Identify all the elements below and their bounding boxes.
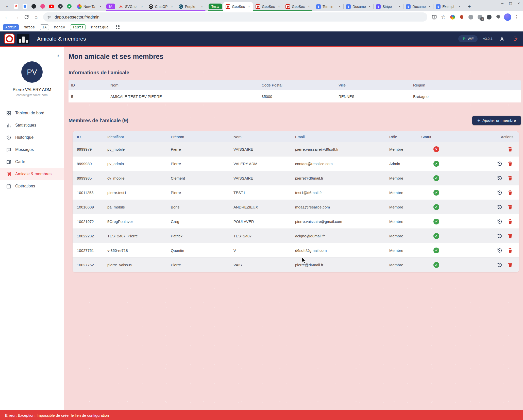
- browser-menu-icon[interactable]: ⋮: [513, 14, 520, 20]
- bookmark-pratique[interactable]: Pratique: [91, 25, 109, 29]
- reload-button[interactable]: [22, 12, 31, 22]
- delete-member-button[interactable]: [507, 146, 513, 152]
- site-settings-icon[interactable]: [47, 15, 52, 19]
- tab-geosec-active[interactable]: GeoSec ×: [223, 2, 253, 11]
- tab-close-icon[interactable]: ×: [170, 5, 174, 9]
- sidebar-item-statistiques[interactable]: Statistiques: [0, 119, 64, 131]
- delete-member-button[interactable]: [507, 218, 513, 225]
- install-app-icon[interactable]: [430, 13, 438, 21]
- restore-user-button[interactable]: [496, 189, 503, 196]
- bookmark-admin[interactable]: Admin: [3, 24, 19, 30]
- restore-user-button[interactable]: [496, 247, 503, 254]
- sidebar-item-carte[interactable]: Carte: [0, 156, 64, 168]
- url-text[interactable]: dapp.geosector.fr/admin: [55, 15, 99, 20]
- member-email: acigne@d6mail.fr: [291, 234, 385, 238]
- address-bar[interactable]: dapp.geosector.fr/admin: [43, 12, 427, 22]
- tab-close-icon[interactable]: ×: [427, 5, 431, 9]
- delete-member-button[interactable]: [507, 189, 513, 196]
- pinned-tab-youtube[interactable]: [47, 2, 56, 11]
- bookmark-matos[interactable]: Matos: [24, 25, 35, 29]
- window-close-button[interactable]: ×: [517, 1, 520, 6]
- restore-user-button[interactable]: [496, 175, 503, 181]
- restore-user-button[interactable]: [496, 218, 503, 225]
- tab-docume-1[interactable]: Docume ×: [344, 2, 374, 11]
- delete-member-button[interactable]: [507, 262, 513, 268]
- delete-member-button[interactable]: [507, 175, 513, 181]
- delete-member-button[interactable]: [507, 247, 513, 254]
- tab-close-icon[interactable]: ×: [200, 5, 204, 9]
- apps-grid-icon[interactable]: [116, 25, 120, 29]
- restore-user-button[interactable]: [496, 204, 503, 210]
- extension-1-icon[interactable]: [448, 13, 457, 21]
- browser-tab-strip: ▾ M New Ta × IA SVG to ×: [0, 0, 523, 11]
- restore-user-icon: [497, 262, 502, 268]
- logout-button[interactable]: [511, 35, 519, 43]
- tab-close-icon[interactable]: ×: [277, 5, 281, 9]
- pinned-tab-dribbble[interactable]: [38, 2, 47, 11]
- member-identifiant: pierre.test1: [103, 190, 166, 195]
- tab-close-icon[interactable]: ×: [338, 5, 342, 9]
- tab-close-icon[interactable]: ×: [397, 5, 401, 9]
- pinned-tab-8[interactable]: [65, 2, 74, 11]
- user-account-button[interactable]: [498, 35, 506, 43]
- extension-3-icon[interactable]: [466, 13, 475, 21]
- tab-perplexity[interactable]: Perple ×: [176, 2, 206, 11]
- tab-close-icon[interactable]: ×: [247, 5, 251, 9]
- sidebar-item-operations[interactable]: Opérations: [0, 180, 64, 192]
- tab-close-icon[interactable]: ×: [98, 5, 103, 9]
- tab-geosec-2[interactable]: GeoSec ×: [253, 2, 283, 11]
- restore-user-button[interactable]: [496, 233, 503, 239]
- tab-geosec-3[interactable]: GeoSec ×: [283, 2, 313, 11]
- extension-4-icon[interactable]: 1: [476, 13, 484, 21]
- delete-member-button[interactable]: [507, 204, 513, 210]
- trash-icon: [507, 161, 513, 167]
- tab-new-ta[interactable]: New Ta ×: [75, 2, 105, 11]
- sidebar-collapse-button[interactable]: ‹: [57, 52, 59, 59]
- add-member-button[interactable]: + Ajouter un membre: [472, 116, 521, 125]
- tab-exempl[interactable]: Exempl ×: [433, 2, 463, 11]
- bookmark-ia[interactable]: IA: [40, 24, 49, 30]
- extensions-puzzle-icon[interactable]: [494, 13, 502, 21]
- tab-stripe[interactable]: Stripe ×: [374, 2, 403, 11]
- member-nom: VALERY ADM: [229, 162, 291, 166]
- delete-member-button[interactable]: [507, 233, 513, 239]
- restore-user-button[interactable]: [496, 161, 503, 167]
- extension-5-icon[interactable]: [485, 13, 493, 21]
- new-tab-button[interactable]: +: [465, 2, 474, 11]
- member-email: pierre@d6mail.fr: [291, 176, 385, 180]
- back-button[interactable]: ←: [3, 12, 12, 22]
- home-button[interactable]: ⌂: [31, 12, 41, 22]
- tab-docume-2[interactable]: Docume ×: [403, 2, 433, 11]
- tab-termin[interactable]: Termin ×: [314, 2, 344, 11]
- member-nom: V: [229, 248, 291, 253]
- pinned-tab-2[interactable]: [20, 2, 29, 11]
- tab-search-chevron-icon[interactable]: ▾: [3, 2, 11, 11]
- pinned-tab-7[interactable]: [56, 2, 65, 11]
- tab-close-icon[interactable]: ×: [140, 5, 144, 9]
- sidebar-item-messages[interactable]: Messages: [0, 144, 64, 156]
- tab-svg-to[interactable]: SVG to ×: [116, 2, 146, 11]
- tab-close-icon[interactable]: ×: [457, 5, 461, 9]
- sidebar-item-amicale-membres[interactable]: Amicale & membres: [0, 168, 64, 180]
- tab-chatgpt[interactable]: ChatGP ×: [146, 2, 176, 11]
- pinned-tab-gmail[interactable]: M: [11, 2, 20, 11]
- tab-group-label-ia[interactable]: IA: [106, 4, 115, 9]
- amicale-region: Bretagne: [411, 94, 521, 99]
- bookmark-tests[interactable]: Tests: [70, 24, 86, 30]
- bookmark-money[interactable]: Money: [54, 25, 65, 29]
- extension-shield-icon[interactable]: [457, 13, 466, 21]
- maximize-button[interactable]: □: [509, 1, 512, 6]
- tab-close-icon[interactable]: ×: [367, 5, 372, 9]
- restore-user-button[interactable]: [496, 262, 503, 268]
- bookmark-star-icon[interactable]: ☆: [439, 13, 448, 21]
- minimize-button[interactable]: −: [501, 1, 504, 6]
- profile-avatar[interactable]: [504, 13, 511, 21]
- stripe-docs-favicon: [406, 4, 411, 9]
- pinned-tab-github[interactable]: [29, 2, 38, 11]
- sidebar-item-tableau-de-bord[interactable]: Tableau de bord: [0, 107, 64, 119]
- delete-member-button[interactable]: [507, 161, 513, 167]
- tab-group-label-tests[interactable]: Tests: [209, 4, 222, 9]
- sidebar-item-historique[interactable]: Historique: [0, 131, 64, 144]
- forward-button[interactable]: →: [12, 12, 21, 22]
- tab-close-icon[interactable]: ×: [307, 5, 311, 9]
